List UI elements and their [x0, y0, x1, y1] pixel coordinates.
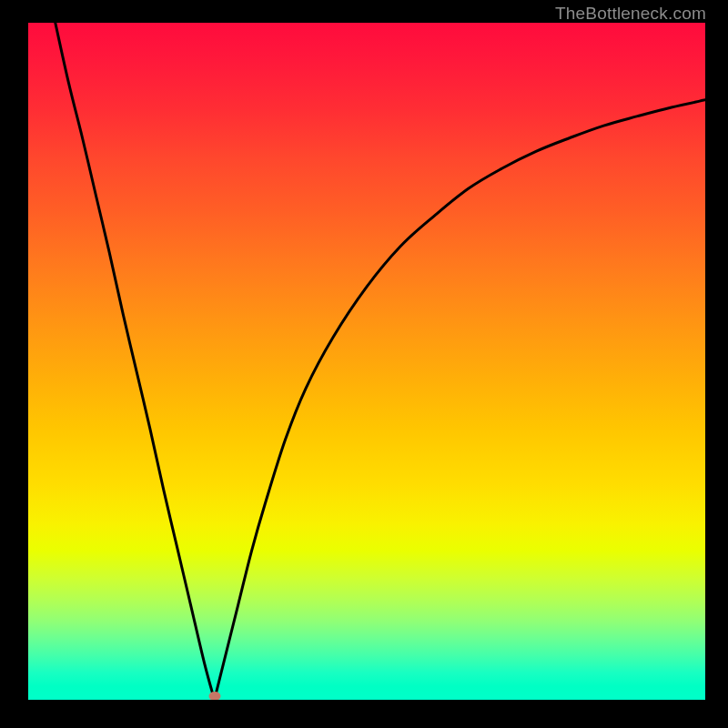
vertex-marker — [208, 692, 220, 700]
watermark-text: TheBottleneck.com — [555, 4, 706, 24]
plot-area — [28, 23, 705, 700]
curve-line — [56, 23, 705, 700]
chart-frame: TheBottleneck.com — [0, 0, 728, 728]
curve-plot — [28, 23, 705, 700]
